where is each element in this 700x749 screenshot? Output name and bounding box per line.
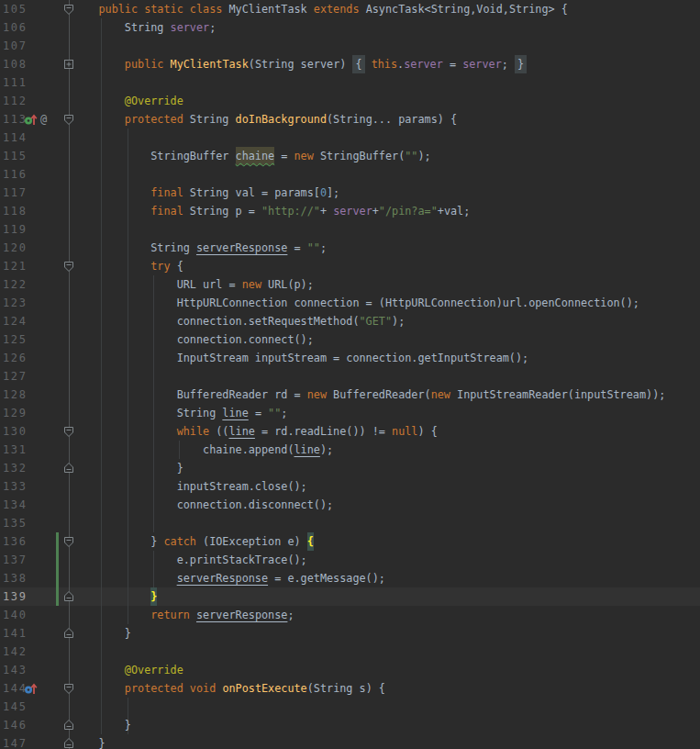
line-number[interactable]: 120 <box>3 239 27 257</box>
code-line[interactable]: 146 } <box>0 716 700 734</box>
code-line[interactable]: 122 URL url = new URL(p); <box>0 275 700 294</box>
indent-guide <box>128 698 128 716</box>
line-number[interactable]: 130 <box>3 422 27 441</box>
code-line[interactable]: 115 StringBuffer chaine = new StringBuff… <box>0 147 700 165</box>
code-line[interactable]: 114 <box>0 129 700 147</box>
vcs-change-bar <box>56 569 59 587</box>
line-number[interactable]: 145 <box>3 698 27 716</box>
code-line[interactable]: 133 inputStream.close(); <box>0 477 700 496</box>
code-text: } <box>72 716 131 734</box>
line-number[interactable]: 132 <box>3 459 27 477</box>
indent-guide <box>153 514 154 532</box>
code-line[interactable]: 106 String server; <box>0 18 700 37</box>
code-line[interactable]: 107 <box>0 37 700 55</box>
fold-region-line <box>69 698 70 716</box>
code-text: serverResponse = e.getMessage(); <box>72 569 385 587</box>
code-line[interactable]: 131 chaine.append(line); <box>0 441 700 459</box>
line-number[interactable]: 106 <box>3 18 27 37</box>
indent-guide <box>101 367 102 386</box>
line-number[interactable]: 134 <box>3 496 27 514</box>
line-number[interactable]: 125 <box>3 330 27 349</box>
line-number[interactable]: 107 <box>3 37 27 55</box>
code-line[interactable]: 128 BufferedReader rd = new BufferedRead… <box>0 386 700 404</box>
code-line[interactable]: 144 protected void onPostExecute(String … <box>0 679 700 698</box>
line-number[interactable]: 123 <box>3 294 27 312</box>
line-number[interactable]: 126 <box>3 349 27 367</box>
code-text: String server; <box>72 18 216 37</box>
code-line[interactable]: 143 @Override <box>0 661 700 679</box>
line-number[interactable]: 140 <box>3 606 27 624</box>
code-line[interactable]: 138 serverResponse = e.getMessage(); <box>0 569 700 587</box>
fold-region-line <box>69 349 70 367</box>
line-number[interactable]: 136 <box>3 532 27 551</box>
line-number[interactable]: 124 <box>3 312 27 330</box>
code-line[interactable]: 117 final String val = params[0]; <box>0 184 700 202</box>
line-number[interactable]: 142 <box>3 643 27 661</box>
code-line[interactable]: 132 } <box>0 459 700 477</box>
line-number[interactable]: 146 <box>3 716 27 734</box>
code-editor[interactable]: 105 public static class MyClientTask ext… <box>0 0 700 749</box>
line-number[interactable]: 135 <box>3 514 27 532</box>
code-line[interactable]: 134 connection.disconnect(); <box>0 496 700 514</box>
code-line[interactable]: 124 connection.setRequestMethod("GET"); <box>0 312 700 330</box>
code-line[interactable]: 120 String serverResponse = ""; <box>0 239 700 257</box>
line-number[interactable]: 111 <box>3 73 27 92</box>
code-line[interactable]: 113@ protected String doInBackground(Str… <box>0 110 700 129</box>
fold-region-line <box>69 92 70 110</box>
override-up-arrow-icon[interactable] <box>24 682 39 695</box>
override-up-arrow-icon[interactable] <box>24 113 39 126</box>
code-line[interactable]: 105 public static class MyClientTask ext… <box>0 0 700 18</box>
code-line[interactable]: 137 e.printStackTrace(); <box>0 551 700 569</box>
line-number[interactable]: 112 <box>3 92 27 110</box>
line-number[interactable]: 117 <box>3 184 27 202</box>
line-number[interactable]: 133 <box>3 477 27 496</box>
line-number[interactable]: 139 <box>3 587 27 606</box>
line-number[interactable]: 143 <box>3 661 27 679</box>
code-line[interactable]: 112 @Override <box>0 92 700 110</box>
fold-region-line <box>69 643 70 661</box>
code-line[interactable]: 126 InputStream inputStream = connection… <box>0 349 700 367</box>
code-line[interactable]: 123 HttpURLConnection connection = (Http… <box>0 294 700 312</box>
code-line[interactable]: 118 final String p = "http://"+ server+"… <box>0 202 700 220</box>
code-line[interactable]: 147 } <box>0 734 700 749</box>
code-line[interactable]: 116 <box>0 165 700 184</box>
code-text: HttpURLConnection connection = (HttpURLC… <box>72 294 639 312</box>
code-line[interactable]: 127 <box>0 367 700 386</box>
line-number[interactable]: 121 <box>3 257 27 275</box>
line-number[interactable]: 137 <box>3 551 27 569</box>
code-line[interactable]: 145 <box>0 698 700 716</box>
code-line[interactable]: 130 while ((line = rd.readLine()) != nul… <box>0 422 700 441</box>
line-number[interactable]: 118 <box>3 202 27 220</box>
indent-guide <box>153 367 154 386</box>
line-number[interactable]: 141 <box>3 624 27 643</box>
line-number[interactable]: 128 <box>3 386 27 404</box>
line-number[interactable]: 105 <box>3 0 27 18</box>
code-line[interactable]: 140 return serverResponse; <box>0 606 700 624</box>
code-line[interactable]: 108 public MyClientTask(String server) {… <box>0 55 700 73</box>
line-number[interactable]: 122 <box>3 275 27 294</box>
code-line[interactable]: 141 } <box>0 624 700 643</box>
fold-region-line <box>69 441 70 459</box>
code-line[interactable]: 119 <box>0 220 700 239</box>
code-line[interactable]: 136 } catch (IOException e) { <box>0 532 700 551</box>
code-line[interactable]: 111 <box>0 73 700 92</box>
code-line[interactable]: 129 String line = ""; <box>0 404 700 422</box>
code-line[interactable]: 121 try { <box>0 257 700 275</box>
line-number[interactable]: 147 <box>3 734 27 749</box>
line-number[interactable]: 138 <box>3 569 27 587</box>
line-number[interactable]: 116 <box>3 165 27 184</box>
annotation-at-icon[interactable]: @ <box>40 110 47 129</box>
line-number[interactable]: 119 <box>3 220 27 239</box>
code-line[interactable]: 142 <box>0 643 700 661</box>
fold-region-line <box>69 147 70 165</box>
line-number[interactable]: 129 <box>3 404 27 422</box>
line-number[interactable]: 131 <box>3 441 27 459</box>
line-number[interactable]: 115 <box>3 147 27 165</box>
code-line[interactable]: 139 } <box>0 587 700 606</box>
line-number[interactable]: 108 <box>3 55 27 73</box>
line-number[interactable]: 127 <box>3 367 27 386</box>
indent-guide <box>128 367 128 386</box>
code-line[interactable]: 135 <box>0 514 700 532</box>
code-line[interactable]: 125 connection.connect(); <box>0 330 700 349</box>
line-number[interactable]: 114 <box>3 129 27 147</box>
